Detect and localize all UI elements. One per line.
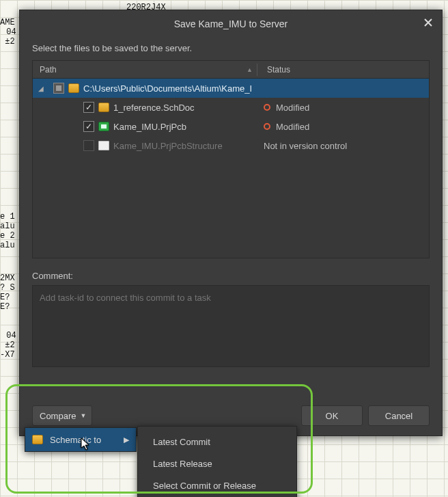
background-text: AME xyxy=(0,18,15,27)
file-row[interactable]: ◢C:\Users\Public\Documents\Altium\Kame_I xyxy=(33,79,429,98)
comment-input[interactable] xyxy=(32,285,430,367)
ok-button[interactable]: OK xyxy=(301,405,363,426)
background-text: 04 xyxy=(1,331,16,340)
schdoc-icon xyxy=(98,103,109,112)
file-row[interactable]: 1_reference.SchDocModified xyxy=(33,98,429,117)
background-text: ±2 xyxy=(0,37,15,46)
expander-icon[interactable]: ◢ xyxy=(37,85,45,92)
column-separator[interactable] xyxy=(257,64,257,76)
file-name: Kame_IMU.PrjPcb xyxy=(113,122,186,132)
file-tree: Path ▲ Status ◢C:\Users\Public\Documents… xyxy=(32,60,430,258)
schematic-icon xyxy=(32,435,43,444)
background-text: e 2 xyxy=(0,231,15,241)
compare-button[interactable]: Compare ▼ xyxy=(32,405,92,426)
file-name: C:\Users\Public\Documents\Altium\Kame_I xyxy=(83,83,252,94)
status-text: Not in version control xyxy=(264,141,347,151)
close-button[interactable] xyxy=(421,16,435,29)
background-text: -X7 xyxy=(0,350,15,360)
file-row[interactable]: Kame_IMU.PrjPcbModified xyxy=(33,117,429,136)
save-to-server-dialog: Save Kame_IMU to Server Select the files… xyxy=(19,10,443,436)
background-text: 2MX xyxy=(0,273,15,283)
submenu-item[interactable]: Latest Commit xyxy=(138,431,296,453)
dialog-titlebar: Save Kame_IMU to Server xyxy=(20,10,442,38)
background-text: E? xyxy=(0,293,10,302)
submenu-item[interactable]: Select Commit or Release xyxy=(138,474,296,496)
dialog-title: Save Kame_IMU to Server xyxy=(174,18,288,29)
file-row-status: Not in version control xyxy=(264,141,429,151)
folder-icon xyxy=(68,83,79,93)
mouse-cursor xyxy=(81,438,92,451)
file-row-path: Kame_IMU.PrjPcb xyxy=(33,121,264,132)
prjpcb-icon xyxy=(98,122,109,131)
comment-label: Comment: xyxy=(32,271,430,281)
background-text: alu xyxy=(0,221,15,231)
file-checkbox xyxy=(83,140,94,151)
instruction-text: Select the files to be saved to the serv… xyxy=(32,43,430,53)
status-modified-icon xyxy=(264,104,270,111)
background-text: ? S xyxy=(0,283,15,293)
file-row-status: Modified xyxy=(264,103,429,113)
file-row-path: ◢C:\Users\Public\Documents\Altium\Kame_I xyxy=(33,83,264,94)
status-modified-icon xyxy=(264,123,270,130)
background-text: E? xyxy=(0,302,10,312)
background-text: alu xyxy=(0,241,15,250)
submenu-item[interactable]: Latest Release xyxy=(138,453,296,474)
dialog-footer: Compare ▼ OK Cancel xyxy=(32,397,430,426)
file-name: Kame_IMU.PrjPcbStructure xyxy=(113,141,223,151)
file-checkbox[interactable] xyxy=(83,121,94,132)
file-checkbox[interactable] xyxy=(83,102,94,113)
file-row-path: Kame_IMU.PrjPcbStructure xyxy=(33,140,264,151)
file-row[interactable]: Kame_IMU.PrjPcbStructureNot in version c… xyxy=(33,136,429,155)
status-text: Modified xyxy=(276,103,309,113)
background-text: ±2 xyxy=(0,340,15,350)
background-text: e 1 xyxy=(0,212,15,221)
chevron-down-icon: ▼ xyxy=(80,412,86,419)
doc-icon xyxy=(98,141,109,150)
cancel-button[interactable]: Cancel xyxy=(368,405,430,426)
tree-header[interactable]: Path ▲ Status xyxy=(33,61,429,79)
compare-submenu: Latest CommitLatest ReleaseSelect Commit… xyxy=(137,426,297,497)
chevron-right-icon: ▶ xyxy=(124,435,129,444)
file-name: 1_reference.SchDoc xyxy=(113,103,195,113)
column-status[interactable]: Status xyxy=(264,65,429,75)
file-row-path: 1_reference.SchDoc xyxy=(33,102,264,113)
sort-asc-icon: ▲ xyxy=(247,66,253,73)
background-text: 04 xyxy=(1,27,16,37)
file-row-status: Modified xyxy=(264,122,429,132)
file-checkbox[interactable] xyxy=(53,83,64,94)
status-text: Modified xyxy=(276,122,309,132)
close-icon xyxy=(423,18,433,27)
column-path[interactable]: Path ▲ xyxy=(33,65,257,75)
